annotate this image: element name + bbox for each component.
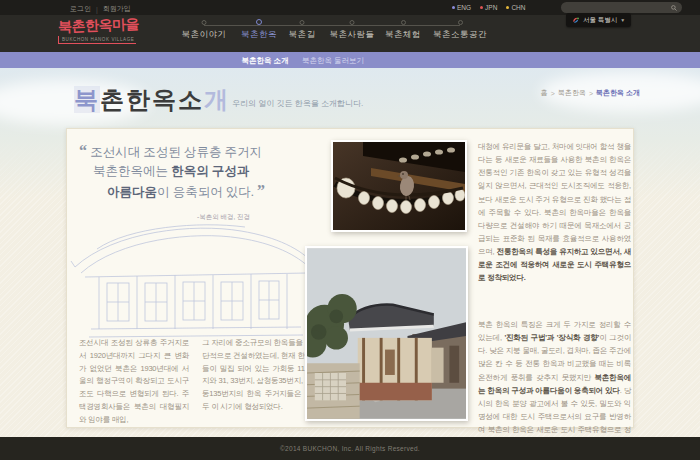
breadcrumb-separator: > [551, 90, 555, 97]
article-paragraph-2: 북촌 한옥의 특징은 크게 두 가지로 정리할 수 있는데, '진화된 구법'과… [478, 318, 631, 449]
seoul-city-selector[interactable]: 서울 특별시 ▼ [566, 13, 631, 27]
lang-eng-dot-icon [452, 6, 455, 9]
history-column-1: 조선시대 조성된 상류층 주거지로서 1920년대까지 그다지 큰 변화가 없었… [79, 337, 189, 426]
language-switcher: ENG JPN CHN [452, 4, 525, 11]
copyright-text: ©2014 BUKCHON, Inc. All Rights Reserved. [280, 445, 420, 452]
nav-dot-icon [458, 20, 463, 25]
lang-eng[interactable]: ENG [452, 4, 471, 11]
site-logo[interactable]: 북촌한옥마을 BUKCHON HANOK VILLAGE [58, 17, 139, 44]
intro-quote: “ 조선시대 조성된 상류층 주거지 북촌한옥에는 한옥의 구성과 아름다움이 … [79, 141, 347, 226]
quote-line-1: “ 조선시대 조성된 상류층 주거지 [79, 141, 347, 162]
page-footer: ©2014 BUKCHON, Inc. All Rights Reserved. [0, 437, 700, 460]
hanok-roof-dove-photo [331, 140, 467, 232]
quote-line-3: 아름다움이 응축되어 있다. ” [79, 181, 347, 202]
open-quote-mark: “ [79, 142, 87, 159]
lang-jpn[interactable]: JPN [480, 4, 497, 11]
breadcrumb-section[interactable]: 북촌한옥 [558, 88, 586, 98]
subnav-hanok-tour[interactable]: 북촌한옥 둘러보기 [302, 56, 364, 66]
nav-item-bukchon-people[interactable]: 북촌사람들 [330, 20, 375, 41]
page-subtitle: 우리의 얼이 깃든 한옥을 소개합니다. [232, 98, 363, 109]
bukchon-hanok-page: 로그인 | 회원가입 ENG JPN CHN 서울 특별시 ▼ 북촌한옥마을 B [0, 0, 700, 460]
lang-chn[interactable]: CHN [506, 4, 525, 11]
history-column-2: 그 자리에 중소규모의 한옥들을 집단적으로 건설하였는데, 현재 한옥들이 밀… [202, 337, 312, 426]
nav-dot-icon [300, 20, 305, 25]
nav-item-bukchon-communication[interactable]: 북촌소통공간 [433, 20, 487, 41]
lang-jpn-dot-icon [480, 6, 483, 9]
title-accent-last: 개 [204, 86, 230, 113]
nav-dot-icon [350, 20, 355, 25]
nav-dot-icon [401, 20, 406, 25]
sub-navigation-bar: 북촌한옥 소개 북촌한옥 둘러보기 [0, 52, 700, 68]
hanok-sketch-illustration [69, 215, 319, 341]
nav-dot-icon [256, 19, 262, 25]
site-logo-subtext: BUKCHON HANOK VILLAGE [58, 36, 136, 44]
breadcrumb-current: 북촌한옥 소개 [596, 88, 640, 98]
nav-item-bukchon-experience[interactable]: 북촌체험 [385, 20, 421, 41]
title-main: 촌한옥소 [100, 86, 204, 113]
lang-chn-dot-icon [506, 6, 509, 9]
nav-item-bukchon-hanok[interactable]: 북촌한옥 [241, 20, 277, 41]
login-link[interactable]: 로그인 [70, 4, 91, 14]
search-input[interactable] [567, 2, 667, 13]
title-accent-first: 북 [74, 86, 100, 113]
breadcrumb-home[interactable]: 홈 [541, 88, 548, 98]
nav-dot-icon [202, 20, 207, 25]
seoul-logo-icon [572, 16, 580, 24]
search-icon[interactable] [671, 5, 677, 11]
auth-separator: | [96, 6, 98, 13]
nav-item-bukchon-road[interactable]: 북촌길 [289, 20, 316, 41]
search-box [561, 2, 682, 13]
subnav-hanok-intro[interactable]: 북촌한옥 소개 [241, 56, 288, 66]
bukchon-alley-photo [305, 246, 468, 421]
auth-links: 로그인 | 회원가입 [70, 4, 131, 14]
breadcrumb-separator: > [589, 90, 593, 97]
signup-link[interactable]: 회원가입 [103, 4, 131, 14]
quote-line-2: 북촌한옥에는 한옥의 구성과 [79, 162, 347, 181]
nav-item-bukchon-story[interactable]: 북촌이야기 [182, 20, 227, 41]
close-quote-mark: ” [257, 182, 265, 199]
history-columns: 조선시대 조성된 상류층 주거지로서 1920년대까지 그다지 큰 변화가 없었… [79, 337, 313, 426]
chevron-down-icon: ▼ [620, 17, 625, 23]
content-panel: “ 조선시대 조성된 상류층 주거지 북촌한옥에는 한옥의 구성과 아름다움이 … [66, 128, 634, 428]
site-logo-text: 북촌한옥마을 [58, 16, 140, 37]
breadcrumb: 홈 > 북촌한옥 > 북촌한옥 소개 [541, 88, 640, 98]
page-title: 북촌한옥소개 [74, 84, 230, 116]
article-paragraph-1: 대청에 유리문을 달고, 처마에 잇대어 함석 챙을 다는 등 새로운 재료들을… [478, 140, 631, 284]
seoul-badge-label: 서울 특별시 [583, 16, 617, 25]
